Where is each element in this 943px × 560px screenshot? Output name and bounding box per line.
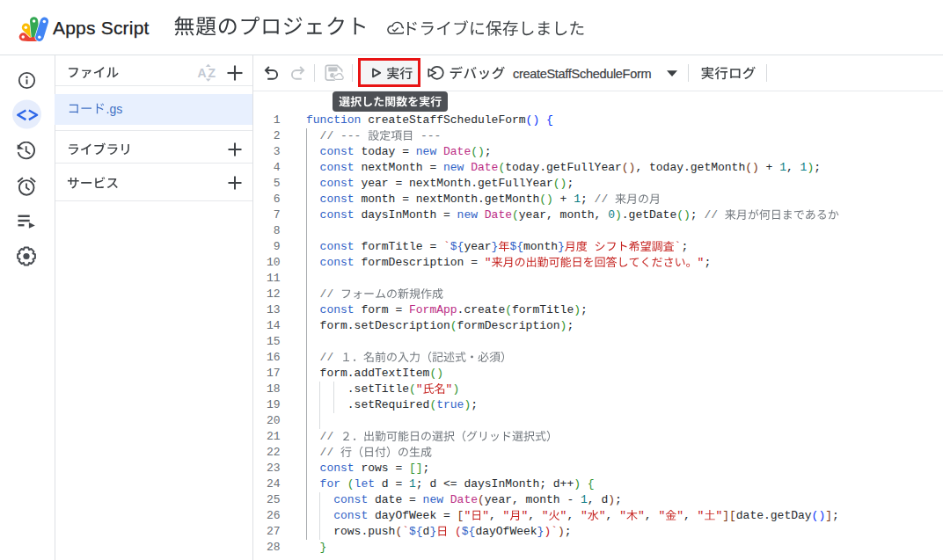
svg-text:AZ: AZ (198, 66, 216, 80)
